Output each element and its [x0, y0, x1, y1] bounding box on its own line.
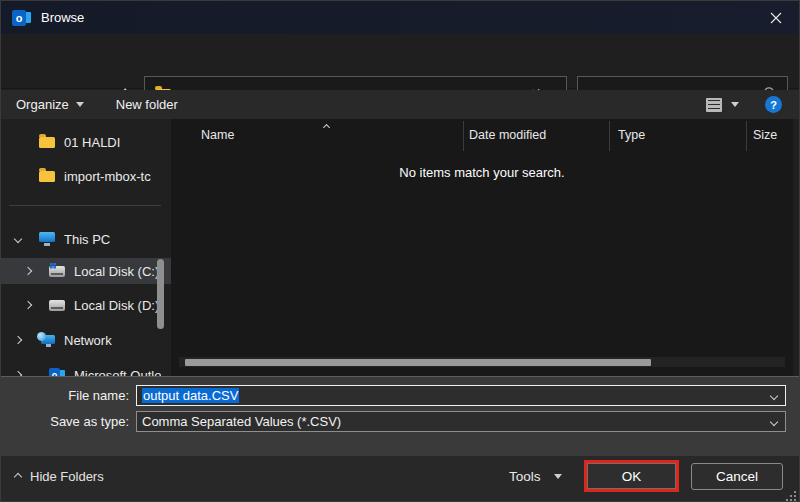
- navigation-toolbar: ← → ↑ « Admin › Documents › resultant da…: [1, 34, 799, 89]
- chevron-right-icon[interactable]: [24, 301, 32, 309]
- main-area: 01 HALDI import-mbox-tc This PC Local Di…: [1, 119, 799, 376]
- chevron-down-icon[interactable]: [14, 235, 22, 243]
- sidebar-item-label: import-mbox-tc: [64, 169, 151, 184]
- sidebar-item-this-pc[interactable]: This PC: [1, 226, 171, 252]
- column-separator[interactable]: [463, 121, 464, 151]
- chevron-right-icon[interactable]: [24, 267, 32, 275]
- sidebar-item-label: This PC: [64, 232, 110, 247]
- window-title: Browse: [41, 10, 84, 25]
- column-header-type[interactable]: Type: [618, 128, 645, 142]
- sidebar-item-01-haldi[interactable]: 01 HALDI: [1, 129, 171, 155]
- chevron-right-icon[interactable]: [14, 336, 22, 344]
- save-as-type-select[interactable]: Comma Separated Values (*.CSV): [136, 411, 786, 432]
- save-as-type-label: Save as type:: [1, 414, 136, 429]
- sidebar-item-label: 01 HALDI: [64, 135, 120, 150]
- list-view-icon: [706, 98, 722, 112]
- sidebar-item-import-mbox[interactable]: import-mbox-tc: [1, 163, 171, 189]
- empty-results-message: No items match your search.: [171, 165, 793, 180]
- column-separator[interactable]: [609, 121, 610, 151]
- file-name-input[interactable]: output data.CSV: [136, 385, 786, 406]
- sidebar-item-label: Local Disk (C:): [74, 264, 159, 279]
- sidebar-divider: [9, 205, 161, 206]
- dialog-footer: Hide Folders Tools OK Cancel: [1, 456, 799, 502]
- sidebar-item-network[interactable]: Network: [1, 327, 171, 353]
- tools-label: Tools: [509, 469, 541, 484]
- sidebar-scrollbar[interactable]: [157, 259, 164, 329]
- column-separator[interactable]: [746, 121, 747, 151]
- chevron-down-icon: [554, 474, 562, 479]
- sort-ascending-icon[interactable]: [323, 124, 330, 131]
- sidebar-item-label: Network: [64, 333, 112, 348]
- folder-icon: [39, 137, 55, 148]
- outlook-app-icon: o: [12, 10, 31, 26]
- sidebar-item-label: Microsoft Outlo: [74, 368, 161, 377]
- close-button[interactable]: [753, 1, 799, 34]
- disk-icon: [49, 266, 65, 277]
- horizontal-scrollbar-thumb[interactable]: [185, 359, 651, 366]
- organize-button[interactable]: Organize: [6, 90, 94, 119]
- cancel-label: Cancel: [716, 469, 758, 484]
- file-list-header: Name Date modified Type Size: [171, 119, 793, 153]
- sidebar-item-microsoft-outlook[interactable]: o Microsoft Outlo: [1, 362, 171, 376]
- chevron-down-icon: [76, 102, 84, 107]
- hide-folders-label: Hide Folders: [30, 469, 104, 484]
- ok-button-highlight: OK: [584, 460, 679, 492]
- chevron-up-icon: [14, 472, 22, 480]
- column-header-date-modified[interactable]: Date modified: [469, 128, 546, 142]
- new-folder-label: New folder: [116, 97, 178, 112]
- network-icon: [39, 333, 55, 347]
- hide-folders-button[interactable]: Hide Folders: [15, 469, 104, 484]
- navigation-pane: 01 HALDI import-mbox-tc This PC Local Di…: [1, 119, 171, 376]
- ok-label: OK: [622, 469, 642, 484]
- change-view-button[interactable]: [706, 98, 739, 112]
- sidebar-item-label: Local Disk (D:): [74, 298, 159, 313]
- file-name-value: output data.CSV: [142, 388, 239, 403]
- cancel-button[interactable]: Cancel: [691, 463, 783, 490]
- horizontal-scrollbar[interactable]: [179, 357, 785, 367]
- file-name-panel: File name: output data.CSV Save as type:…: [1, 376, 799, 456]
- organize-label: Organize: [16, 97, 69, 112]
- tools-button[interactable]: Tools: [509, 469, 562, 484]
- chevron-down-icon[interactable]: [770, 418, 778, 426]
- computer-icon: [39, 232, 55, 246]
- title-bar: o Browse: [1, 1, 799, 34]
- sidebar-item-local-disk-d[interactable]: Local Disk (D:): [1, 292, 171, 318]
- file-name-label: File name:: [1, 388, 136, 403]
- column-header-name[interactable]: Name: [201, 128, 234, 142]
- ok-button[interactable]: OK: [587, 463, 676, 489]
- help-button[interactable]: ?: [765, 96, 782, 113]
- column-header-size[interactable]: Size: [753, 128, 777, 142]
- chevron-down-icon: [731, 102, 739, 107]
- disk-icon: [49, 300, 65, 311]
- chevron-down-icon[interactable]: [770, 392, 778, 400]
- outlook-icon: o: [49, 368, 65, 376]
- command-bar: Organize New folder ?: [1, 90, 799, 119]
- help-icon: ?: [770, 99, 777, 111]
- resize-grip[interactable]: [786, 491, 796, 501]
- browse-dialog: o Browse ← → ↑ « Admin › Documents › res…: [0, 0, 800, 502]
- file-list: Name Date modified Type Size No items ma…: [171, 119, 793, 376]
- new-folder-button[interactable]: New folder: [106, 90, 188, 119]
- save-as-type-value: Comma Separated Values (*.CSV): [142, 414, 341, 429]
- close-icon: [770, 12, 782, 24]
- sidebar-item-local-disk-c[interactable]: Local Disk (C:): [1, 258, 171, 284]
- folder-icon: [39, 171, 55, 182]
